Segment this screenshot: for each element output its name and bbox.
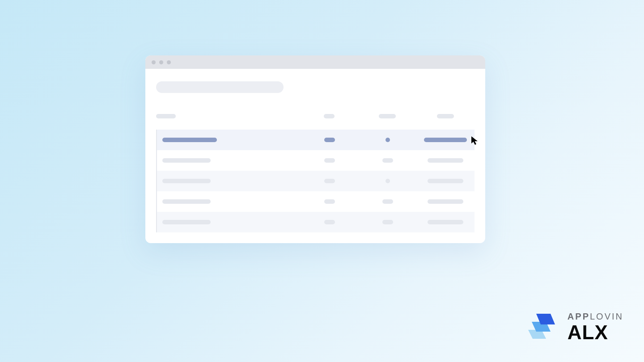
browser-window — [145, 55, 485, 243]
row-cell — [324, 179, 335, 183]
table-row[interactable] — [156, 171, 475, 191]
close-icon[interactable] — [152, 60, 156, 64]
row-cell — [324, 220, 335, 224]
row-cell — [324, 199, 335, 204]
table-row[interactable] — [156, 191, 475, 212]
row-cell — [382, 158, 393, 163]
row-cell — [162, 199, 211, 204]
row-cell — [382, 199, 393, 204]
table-header-row — [156, 112, 475, 121]
table-row[interactable] — [156, 130, 475, 150]
brand-name: APPLOVIN — [568, 311, 623, 322]
row-cell — [162, 179, 211, 183]
product-name: ALX — [568, 323, 623, 342]
column-header[interactable] — [324, 114, 335, 118]
table-row[interactable] — [156, 212, 475, 232]
column-header[interactable] — [379, 114, 396, 118]
data-table — [156, 112, 475, 232]
maximize-icon[interactable] — [167, 60, 171, 64]
status-dot-icon — [386, 138, 390, 142]
minimize-icon[interactable] — [159, 60, 163, 64]
row-cell — [382, 220, 393, 224]
logo-mark-icon — [525, 311, 559, 342]
column-header[interactable] — [437, 114, 454, 118]
row-cell — [324, 138, 335, 142]
status-dot-icon — [386, 179, 390, 183]
column-header[interactable] — [156, 114, 176, 118]
search-input[interactable] — [156, 81, 284, 93]
row-cell — [324, 158, 335, 163]
table-row[interactable] — [156, 150, 475, 171]
row-cell — [428, 158, 463, 163]
row-cell — [428, 179, 463, 183]
row-cell — [162, 220, 211, 224]
row-cell — [428, 199, 463, 204]
row-cell — [162, 138, 217, 142]
row-cell — [428, 220, 463, 224]
window-titlebar — [145, 55, 485, 69]
logo-text: APPLOVIN ALX — [568, 311, 623, 342]
window-content — [145, 69, 485, 232]
brand-logo: APPLOVIN ALX — [525, 311, 623, 342]
row-cell — [162, 158, 211, 163]
row-cell — [424, 138, 467, 142]
